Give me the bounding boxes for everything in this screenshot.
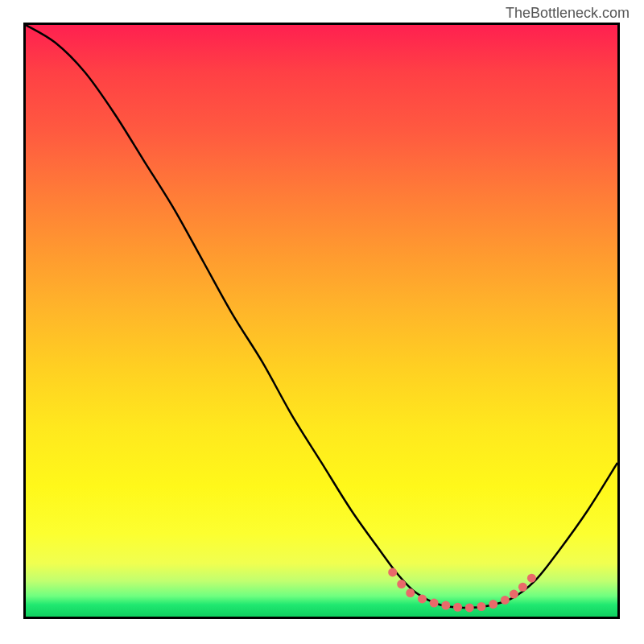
data-point-dot	[430, 599, 439, 608]
data-point-dot	[477, 602, 485, 611]
data-point-dot	[406, 588, 415, 597]
data-point-dot	[510, 590, 518, 599]
data-point-dot	[527, 574, 536, 583]
chart-dots	[26, 25, 617, 617]
chart-container	[23, 23, 620, 619]
data-point-dot	[441, 601, 450, 610]
data-point-dot	[465, 603, 474, 612]
data-point-dot	[501, 596, 510, 605]
data-point-dot	[489, 600, 497, 609]
data-point-dot	[397, 580, 406, 588]
data-point-dot	[453, 603, 462, 612]
data-point-dot	[518, 583, 527, 592]
data-point-dot	[388, 568, 397, 576]
data-point-dot	[418, 594, 427, 603]
watermark-text: TheBottleneck.com	[506, 5, 630, 22]
